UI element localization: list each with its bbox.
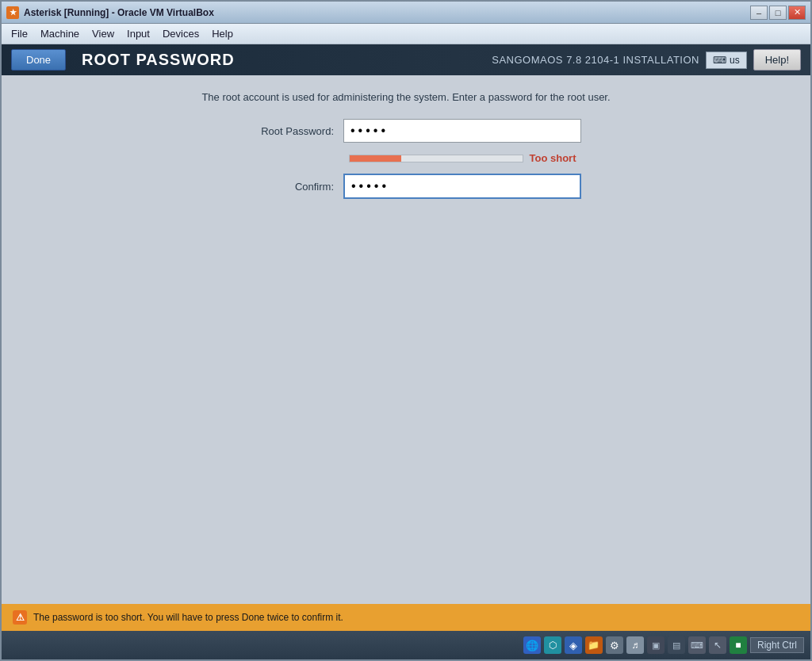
- taskbar-display-icon[interactable]: ⬡: [544, 636, 561, 654]
- menu-view[interactable]: View: [86, 25, 121, 42]
- strength-label: Too short: [530, 152, 576, 164]
- done-button[interactable]: Done: [11, 49, 66, 71]
- taskbar-icons: 🌐 ⬡ ◈ 📁 ⚙ ♬ ▣ ▤ ⌨ ↖ ■ Right Ctrl: [523, 636, 804, 654]
- menu-input[interactable]: Input: [121, 25, 156, 42]
- status-bar: ⚠ The password is too short. You will ha…: [2, 604, 810, 631]
- vm-screen: Done ROOT PASSWORD SANGOMAOS 7.8 2104-1 …: [2, 44, 810, 659]
- menu-machine[interactable]: Machine: [34, 25, 86, 42]
- form-description: The root account is used for administeri…: [2, 91, 810, 103]
- vm-header-left: Done: [11, 49, 66, 71]
- taskbar-network-icon[interactable]: 🌐: [523, 636, 541, 654]
- taskbar-keyboard-icon[interactable]: ⌨: [688, 636, 706, 654]
- root-password-label: Root Password:: [231, 125, 334, 137]
- root-password-input[interactable]: [343, 119, 581, 143]
- titlebar-left: ★ Asterisk [Running] - Oracle VM Virtual…: [6, 6, 214, 19]
- keyboard-selector[interactable]: ⌨ us: [706, 52, 747, 69]
- window-title: Asterisk [Running] - Oracle VM VirtualBo…: [24, 7, 214, 18]
- taskbar-monitor-icon1[interactable]: ▣: [647, 636, 665, 654]
- installation-subtitle: SANGOMAOS 7.8 2104-1 INSTALLATION: [492, 54, 699, 66]
- right-ctrl-label: Right Ctrl: [750, 637, 804, 653]
- menu-file[interactable]: File: [5, 25, 34, 42]
- taskbar-usb-icon[interactable]: ◈: [565, 636, 582, 654]
- close-button[interactable]: ✕: [788, 6, 806, 20]
- root-password-row: Root Password:: [231, 119, 581, 143]
- taskbar-folder-icon[interactable]: 📁: [585, 636, 603, 654]
- keyboard-locale: us: [730, 55, 740, 66]
- confirm-password-input[interactable]: [343, 174, 581, 199]
- help-button[interactable]: Help!: [753, 49, 801, 71]
- keyboard-icon: ⌨: [713, 55, 726, 66]
- restore-button[interactable]: □: [769, 6, 787, 20]
- vm-header-right: SANGOMAOS 7.8 2104-1 INSTALLATION ⌨ us H…: [492, 49, 801, 71]
- warning-icon: ⚠: [13, 610, 27, 625]
- password-strength-row: Too short: [349, 152, 576, 164]
- confirm-label: Confirm:: [231, 181, 334, 193]
- confirm-row: Confirm:: [231, 174, 581, 199]
- form-area: Root Password: Too short Confirm:: [2, 119, 810, 199]
- titlebar: ★ Asterisk [Running] - Oracle VM Virtual…: [2, 2, 810, 24]
- taskbar-settings-icon[interactable]: ⚙: [606, 636, 623, 654]
- minimize-button[interactable]: –: [750, 6, 768, 20]
- taskbar-vm-icon[interactable]: ■: [730, 636, 747, 654]
- taskbar-monitor-icon2[interactable]: ▤: [668, 636, 685, 654]
- virtualbox-window: ★ Asterisk [Running] - Oracle VM Virtual…: [0, 0, 812, 661]
- vm-content: The root account is used for administeri…: [2, 75, 810, 604]
- window-controls: – □ ✕: [750, 6, 806, 20]
- strength-bar-container: [349, 155, 523, 162]
- status-message: The password is too short. You will have…: [33, 612, 343, 623]
- menu-help[interactable]: Help: [205, 25, 239, 42]
- strength-bar-fill: [350, 155, 401, 162]
- menu-devices[interactable]: Devices: [156, 25, 205, 42]
- taskbar-mouse-icon[interactable]: ↖: [709, 636, 726, 654]
- taskbar-audio-icon[interactable]: ♬: [626, 636, 644, 654]
- taskbar: 🌐 ⬡ ◈ 📁 ⚙ ♬ ▣ ▤ ⌨ ↖ ■ Right Ctrl: [2, 631, 810, 659]
- vm-header: Done ROOT PASSWORD SANGOMAOS 7.8 2104-1 …: [2, 44, 810, 75]
- page-title: ROOT PASSWORD: [82, 51, 235, 69]
- app-icon: ★: [6, 6, 19, 19]
- menubar: File Machine View Input Devices Help: [2, 24, 810, 44]
